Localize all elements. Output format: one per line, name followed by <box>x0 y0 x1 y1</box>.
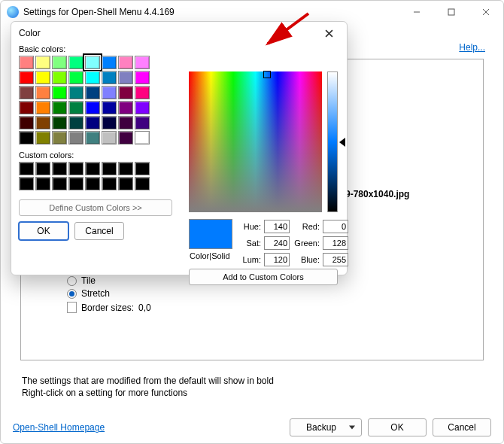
basic-color-swatch[interactable] <box>68 86 83 99</box>
basic-color-swatch[interactable] <box>68 116 83 129</box>
basic-color-swatch[interactable] <box>85 131 100 144</box>
basic-color-swatch[interactable] <box>35 101 50 114</box>
basic-color-swatch[interactable] <box>118 56 133 69</box>
basic-color-swatch[interactable] <box>118 131 133 144</box>
green-input[interactable] <box>323 236 348 250</box>
backup-button[interactable]: Backup <box>290 418 362 436</box>
custom-color-swatch[interactable] <box>68 162 83 175</box>
custom-color-swatch[interactable] <box>19 177 34 190</box>
color-preview-label: Color|Solid <box>190 251 230 260</box>
blue-input[interactable] <box>323 253 348 266</box>
app-icon <box>7 6 19 18</box>
basic-color-swatch[interactable] <box>19 56 34 69</box>
custom-color-swatch[interactable] <box>118 177 133 190</box>
basic-color-swatch[interactable] <box>19 116 34 129</box>
basic-color-swatch[interactable] <box>102 56 117 69</box>
basic-color-swatch[interactable] <box>52 86 67 99</box>
basic-color-swatch[interactable] <box>85 56 100 69</box>
basic-color-swatch[interactable] <box>19 101 34 114</box>
cancel-button[interactable]: Cancel <box>433 418 491 436</box>
basic-color-swatch[interactable] <box>85 86 100 99</box>
help-link[interactable]: Help... <box>459 42 485 53</box>
basic-color-swatch[interactable] <box>102 86 117 99</box>
close-button[interactable] <box>469 1 503 23</box>
basic-color-swatch[interactable] <box>118 86 133 99</box>
custom-color-swatch[interactable] <box>35 162 50 175</box>
lum-input[interactable] <box>264 253 290 266</box>
custom-color-swatch[interactable] <box>135 162 150 175</box>
window-titlebar: Settings for Open-Shell Menu 4.4.169 <box>1 1 503 23</box>
minimize-button[interactable] <box>399 1 434 23</box>
custom-color-swatch[interactable] <box>135 177 150 190</box>
basic-color-swatch[interactable] <box>102 101 117 114</box>
basic-color-swatch[interactable] <box>52 101 67 114</box>
hue-input[interactable] <box>264 220 290 233</box>
basic-color-swatch[interactable] <box>35 56 50 69</box>
custom-color-swatch[interactable] <box>19 162 34 175</box>
luminance-slider[interactable] <box>327 71 338 212</box>
basic-color-swatch[interactable] <box>135 71 150 84</box>
custom-color-swatch[interactable] <box>35 177 50 190</box>
homepage-link[interactable]: Open-Shell Homepage <box>13 422 105 433</box>
radio-tile[interactable]: Tile <box>67 275 96 286</box>
custom-color-swatch[interactable] <box>52 177 67 190</box>
crosshair-icon <box>263 71 271 78</box>
lum-label: Lum: <box>237 255 261 264</box>
custom-color-swatch[interactable] <box>118 162 133 175</box>
window-title: Settings for Open-Shell Menu 4.4.169 <box>23 7 175 17</box>
basic-color-swatch[interactable] <box>135 101 150 114</box>
basic-color-swatch[interactable] <box>102 131 117 144</box>
radio-stretch[interactable]: Stretch <box>67 288 110 299</box>
basic-color-swatch[interactable] <box>52 116 67 129</box>
basic-color-swatch[interactable] <box>102 116 117 129</box>
basic-color-swatch[interactable] <box>135 131 150 144</box>
red-label: Red: <box>293 222 320 231</box>
basic-color-swatch[interactable] <box>85 71 100 84</box>
basic-color-swatch[interactable] <box>102 71 117 84</box>
basic-color-swatch[interactable] <box>68 71 83 84</box>
custom-color-swatch[interactable] <box>68 177 83 190</box>
basic-color-swatch[interactable] <box>85 116 100 129</box>
basic-color-swatch[interactable] <box>52 56 67 69</box>
basic-color-swatch[interactable] <box>135 56 150 69</box>
custom-color-swatch[interactable] <box>102 177 117 190</box>
basic-color-swatch[interactable] <box>135 116 150 129</box>
custom-color-swatch[interactable] <box>85 177 100 190</box>
color-ok-button[interactable]: OK <box>19 222 68 240</box>
basic-colors-label: Basic colors: <box>19 44 339 53</box>
basic-color-swatch[interactable] <box>35 116 50 129</box>
basic-color-swatch[interactable] <box>118 71 133 84</box>
basic-color-swatch[interactable] <box>35 71 50 84</box>
basic-color-swatch[interactable] <box>85 101 100 114</box>
footer-line2: Right-click on a setting for more functi… <box>22 387 274 399</box>
basic-color-swatch[interactable] <box>118 116 133 129</box>
basic-color-swatch[interactable] <box>19 71 34 84</box>
red-input[interactable] <box>323 220 348 233</box>
sat-label: Sat: <box>237 239 261 248</box>
define-custom-colors-button[interactable]: Define Custom Colors >> <box>19 199 172 216</box>
maximize-button[interactable] <box>434 1 469 23</box>
custom-color-swatch[interactable] <box>102 162 117 175</box>
blue-label: Blue: <box>293 255 320 264</box>
basic-color-swatch[interactable] <box>135 86 150 99</box>
basic-color-swatch[interactable] <box>68 101 83 114</box>
color-dialog-close-button[interactable] <box>314 23 344 44</box>
sat-input[interactable] <box>264 236 290 250</box>
custom-color-swatch[interactable] <box>52 162 67 175</box>
basic-color-swatch[interactable] <box>52 131 67 144</box>
hue-sat-field[interactable] <box>189 71 322 212</box>
basic-color-swatch[interactable] <box>35 86 50 99</box>
basic-color-swatch[interactable] <box>118 101 133 114</box>
basic-color-swatch[interactable] <box>19 131 34 144</box>
basic-color-swatch[interactable] <box>52 71 67 84</box>
ok-button[interactable]: OK <box>368 418 427 436</box>
add-to-custom-colors-button[interactable]: Add to Custom Colors <box>189 269 338 285</box>
basic-color-swatch[interactable] <box>35 131 50 144</box>
border-sizes-row[interactable]: Border sizes: 0,0 <box>67 302 151 313</box>
basic-color-swatch[interactable] <box>68 131 83 144</box>
color-cancel-button[interactable]: Cancel <box>74 222 124 240</box>
custom-color-swatch[interactable] <box>85 162 100 175</box>
basic-color-swatch[interactable] <box>68 56 83 69</box>
basic-color-swatch[interactable] <box>19 86 34 99</box>
green-label: Green: <box>293 239 320 248</box>
